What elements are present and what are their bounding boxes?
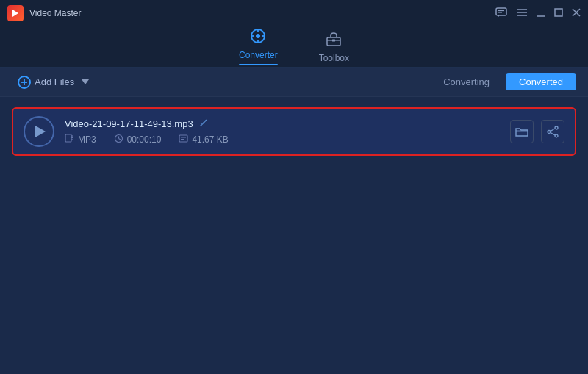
play-button[interactable] [24, 116, 54, 147]
open-folder-button[interactable] [510, 120, 534, 143]
svg-point-34 [555, 134, 558, 137]
add-files-button[interactable]: Add Files [12, 73, 80, 92]
svg-line-37 [551, 132, 555, 135]
svg-rect-30 [179, 135, 187, 142]
svg-marker-22 [82, 79, 89, 84]
title-bar-controls [495, 7, 581, 19]
size-icon [179, 134, 188, 145]
add-files-circle-icon [18, 76, 31, 89]
svg-line-29 [118, 139, 121, 140]
meta-size: 41.67 KB [179, 134, 228, 145]
tab-toolbox[interactable]: Toolbox [313, 28, 355, 66]
add-files-dropdown-button[interactable] [80, 75, 90, 89]
close-button[interactable] [572, 8, 581, 18]
chat-icon[interactable] [495, 7, 507, 19]
tab-converter-label: Converter [239, 50, 278, 60]
svg-rect-23 [65, 134, 71, 142]
share-button[interactable] [541, 120, 564, 143]
svg-rect-19 [332, 39, 335, 41]
file-card: Video-21-09-17-11-49-13.mp3 [12, 107, 576, 156]
top-nav: Converter Toolbox [0, 26, 588, 68]
svg-point-35 [548, 130, 551, 133]
toolbar: Add Files Converting Converted [0, 68, 588, 97]
title-bar: Video Master [0, 0, 588, 26]
app-logo [7, 5, 24, 21]
file-size: 41.67 KB [192, 134, 228, 145]
tab-pill-converting[interactable]: Converting [430, 73, 503, 90]
tab-pills: Converting Converted [430, 73, 576, 90]
title-bar-left: Video Master [7, 5, 81, 21]
file-name-row: Video-21-09-17-11-49-13.mp3 [65, 118, 500, 129]
file-info: Video-21-09-17-11-49-13.mp3 [65, 118, 500, 145]
file-actions [510, 120, 564, 143]
file-meta: MP3 00:00:10 [65, 134, 500, 145]
converter-icon [250, 28, 266, 48]
toolbox-icon [326, 31, 342, 51]
svg-rect-1 [496, 8, 506, 15]
file-format: MP3 [78, 134, 96, 145]
menu-icon[interactable] [516, 8, 528, 18]
content-area: Video-21-09-17-11-49-13.mp3 [0, 97, 588, 166]
tab-converter[interactable]: Converter [233, 25, 284, 68]
tab-toolbox-label: Toolbox [319, 53, 349, 63]
tab-pill-converted[interactable]: Converted [506, 73, 576, 90]
svg-point-33 [555, 126, 558, 129]
meta-duration: 00:00:10 [114, 134, 162, 145]
file-duration: 00:00:10 [127, 134, 162, 145]
svg-point-12 [256, 34, 260, 38]
format-icon [65, 134, 74, 145]
play-icon [35, 126, 46, 137]
app-title: Video Master [29, 8, 81, 18]
svg-rect-8 [555, 9, 562, 16]
minimize-button[interactable] [537, 8, 545, 18]
clock-icon [114, 134, 123, 145]
svg-marker-0 [12, 10, 18, 17]
svg-line-36 [551, 129, 555, 132]
edit-filename-icon[interactable] [199, 118, 209, 129]
file-name: Video-21-09-17-11-49-13.mp3 [65, 118, 193, 129]
meta-format: MP3 [65, 134, 96, 145]
add-files-label: Add Files [35, 76, 74, 87]
maximize-button[interactable] [554, 8, 563, 18]
